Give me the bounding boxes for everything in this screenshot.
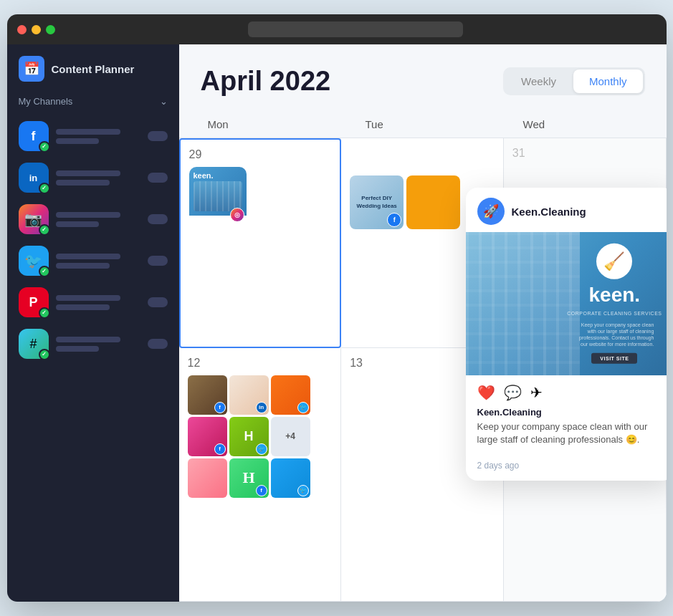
mini-post-pink[interactable]: f (188, 417, 227, 456)
view-toggle: Weekly Monthly (503, 67, 644, 95)
fb-badge-mini-2: f (214, 443, 226, 455)
app-window: 📅 Content Planner My Channels ⌄ f (7, 14, 667, 602)
slack-bar-2 (56, 346, 99, 352)
keen-ad-body-text: Keep your company space clean with our l… (575, 322, 654, 347)
linkedin-bar-1 (56, 170, 120, 176)
popup-account-name: Keen.Cleaning (512, 206, 586, 218)
slack-check (39, 349, 50, 360)
facebook-letter: f (32, 129, 36, 144)
my-channels-label: My Channels (19, 96, 73, 107)
keen-building-bg (466, 232, 581, 375)
slack-toggle[interactable] (148, 339, 168, 349)
fb-badge-mini-1: f (214, 402, 226, 413)
app-logo: 📅 (19, 56, 44, 82)
linkedin-bar-2 (56, 180, 110, 186)
twitter-toggle[interactable] (148, 256, 168, 266)
keen-ad-title: keen. (589, 285, 641, 305)
mini-post-more-label: +4 (271, 417, 310, 456)
minimize-button[interactable] (32, 25, 41, 34)
linkedin-check (39, 183, 50, 194)
pinterest-channel-info (56, 295, 140, 310)
mini-post-orange[interactable]: 🐦 (271, 375, 310, 415)
popup-image: 🧹 keen. CORPORATE CLEANING SERVICES Keep… (466, 232, 667, 375)
mini-post-pins[interactable]: in (229, 375, 269, 415)
keen-cleaning-post-thumb[interactable]: keen. ◎ (189, 167, 247, 224)
mini-post-face2-bg (188, 458, 227, 498)
cal-cell-12[interactable]: 12 f in 🐦 (179, 348, 342, 602)
twitter-channel-info (56, 254, 140, 269)
mini-post-more[interactable]: +4 (271, 417, 310, 456)
keen-ad-subtitle: CORPORATE CLEANING SERVICES (567, 311, 662, 316)
facebook-channel-icon-wrap: f (19, 121, 49, 151)
instagram-channel-icon-wrap: 📷 (19, 204, 49, 234)
title-bar (7, 14, 667, 44)
keen-visit-button[interactable]: VISIT SITE (591, 353, 637, 364)
mini-post-face[interactable]: f (188, 375, 227, 415)
comment-action-icon[interactable]: 💬 (504, 384, 522, 401)
sidebar: 📅 Content Planner My Channels ⌄ f (7, 44, 179, 602)
weekly-view-button[interactable]: Weekly (505, 69, 572, 93)
mini-post-green[interactable]: H 🐦 (229, 417, 269, 456)
traffic-lights (17, 25, 55, 34)
linkedin-letter: in (29, 173, 38, 183)
posts-grid-12-row2: H f 🐦 (188, 458, 333, 498)
mini-post-tw2[interactable]: 🐦 (271, 458, 310, 498)
sidebar-item-facebook[interactable]: f (7, 115, 179, 157)
sidebar-item-slack[interactable]: # (7, 323, 179, 365)
twitter-check (39, 266, 50, 277)
channels-section-header: My Channels ⌄ (7, 96, 179, 115)
facebook-bar-1 (56, 129, 120, 135)
calendar-title: April 2022 (201, 66, 331, 97)
sidebar-title: Content Planner (52, 63, 135, 75)
sidebar-item-linkedin[interactable]: in (7, 157, 179, 198)
monthly-view-button[interactable]: Monthly (573, 69, 643, 93)
popup-header: 🚀 Keen.Cleaning (466, 188, 667, 232)
send-action-icon[interactable]: ✈ (530, 384, 543, 401)
popup-card: 🚀 Keen.Cleaning 🧹 keen. CORPORATE CLEANI… (466, 188, 667, 481)
pinterest-letter: P (29, 295, 37, 310)
twitter-channel-icon-wrap: 🐦 (19, 246, 49, 276)
yellow-post-thumb[interactable] (406, 175, 460, 229)
cal-cell-29[interactable]: 29 keen. ◎ (179, 138, 342, 348)
day-mon: Mon (194, 111, 351, 138)
linkedin-toggle[interactable] (148, 173, 168, 183)
post-container-29: keen. ◎ (189, 167, 332, 224)
cal-date-31: 31 (512, 147, 657, 160)
instagram-badge: ◎ (230, 208, 244, 222)
calendar-days-header: Mon Tue Wed (179, 111, 667, 138)
main-content: April 2022 Weekly Monthly Mon Tue Wed 29 (179, 44, 667, 602)
diy-post-thumb[interactable]: Perfect DIY Wedding Ideas f (350, 175, 404, 229)
instagram-bar-2 (56, 221, 99, 227)
diy-text: Perfect DIY Wedding Ideas (353, 195, 401, 210)
close-button[interactable] (17, 25, 27, 34)
mini-post-green2[interactable]: H f (229, 458, 269, 498)
pinterest-toggle[interactable] (148, 297, 168, 307)
slack-channel-info (56, 337, 140, 352)
slack-channel-icon-wrap: # (19, 329, 49, 359)
keen-brand-name: keen. (194, 171, 242, 180)
url-bar (248, 21, 463, 37)
twitter-bar-2 (56, 263, 110, 269)
pinterest-bar-2 (56, 304, 110, 310)
mini-post-face2[interactable] (188, 458, 227, 498)
keen-ad-background: 🧹 keen. CORPORATE CLEANING SERVICES Keep… (466, 232, 667, 375)
facebook-channel-info (56, 129, 140, 144)
sidebar-item-instagram[interactable]: 📷 (7, 198, 179, 240)
instagram-bar-1 (56, 212, 120, 218)
broom-icon: 🧹 (596, 244, 632, 279)
cal-date-12: 12 (188, 357, 333, 370)
day-wed: Wed (509, 111, 667, 138)
instagram-toggle[interactable] (148, 214, 168, 224)
chevron-down-icon: ⌄ (160, 96, 168, 107)
heart-action-icon[interactable]: ❤️ (477, 384, 495, 401)
slack-symbol: # (29, 337, 37, 352)
instagram-check (39, 224, 50, 236)
facebook-toggle[interactable] (148, 131, 168, 141)
sidebar-item-twitter[interactable]: 🐦 (7, 240, 179, 281)
facebook-bar-2 (56, 138, 99, 144)
maximize-button[interactable] (46, 25, 55, 34)
linkedin-channel-info (56, 170, 140, 186)
popup-description: Keep your company space clean with our l… (477, 420, 662, 446)
popup-timestamp: 2 days ago (466, 455, 667, 481)
sidebar-item-pinterest[interactable]: P (7, 281, 179, 323)
